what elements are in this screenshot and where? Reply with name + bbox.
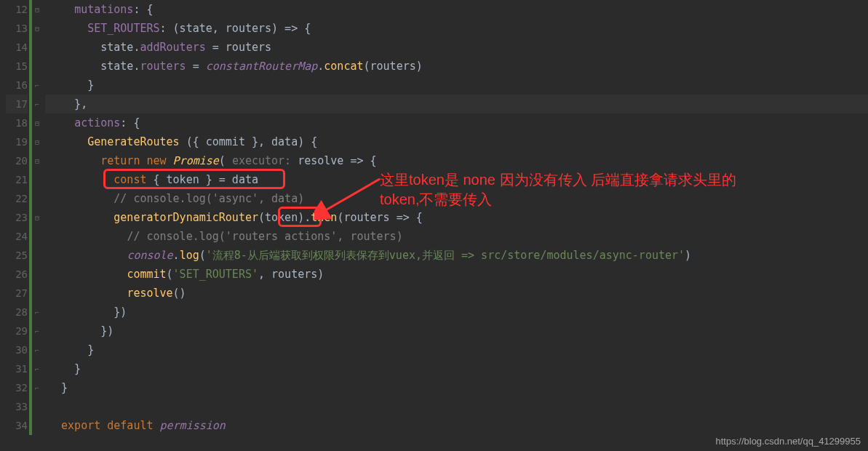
code-line[interactable]: }) <box>45 303 868 322</box>
code-line[interactable]: generatorDynamicRouter(token).then(route… <box>45 208 868 227</box>
line-number: 26 <box>6 265 28 284</box>
line-number: 18 <box>6 113 28 132</box>
code-line[interactable]: } <box>45 76 868 95</box>
code-line[interactable]: } <box>45 359 868 378</box>
line-number: 30 <box>6 340 28 359</box>
fold-end-icon[interactable]: ⌐ <box>35 327 42 335</box>
line-number: 31 <box>6 359 28 378</box>
fold-end-icon[interactable]: ⌐ <box>35 384 42 391</box>
line-number: 24 <box>6 227 28 246</box>
code-line-current[interactable]: }, <box>45 95 868 113</box>
line-number: 13 <box>6 19 28 38</box>
fold-icon[interactable]: ⊟ <box>35 6 42 13</box>
code-line[interactable]: export default permission <box>45 416 868 435</box>
fold-icon[interactable]: ⊟ <box>35 214 42 221</box>
code-line[interactable]: } <box>45 378 868 397</box>
line-number: 29 <box>6 322 28 340</box>
code-line[interactable]: return new Promise( executor: resolve =>… <box>45 151 868 170</box>
code-line[interactable]: state.addRouters = routers <box>45 38 868 57</box>
code-line[interactable]: }) <box>45 322 868 340</box>
code-line[interactable]: SET_ROUTERS: (state, routers) => { <box>45 19 868 38</box>
fold-icon[interactable]: ⊟ <box>35 25 42 32</box>
line-number: 28 <box>6 303 28 322</box>
line-number: 25 <box>6 246 28 265</box>
line-number: 32 <box>6 378 28 397</box>
fold-end-icon[interactable]: ⌐ <box>35 365 42 372</box>
code-line[interactable]: actions: { <box>45 113 868 132</box>
line-number: 12 <box>6 0 28 19</box>
line-number: 22 <box>6 189 28 208</box>
code-line[interactable]: commit('SET_ROUTERS', routers) <box>45 265 868 284</box>
code-line[interactable]: state.routers = constantRouterMap.concat… <box>45 57 868 76</box>
line-number: 20 <box>6 151 28 170</box>
line-number: 33 <box>6 397 28 416</box>
code-line[interactable]: console.log('流程8-从后端获取到权限列表保存到vuex,并返回 =… <box>45 246 868 265</box>
code-line[interactable]: } <box>45 340 868 359</box>
fold-icon[interactable]: ⊟ <box>35 119 42 127</box>
line-number-gutter: 12 13 14 15 16 17 18 19 20 21 22 23 24 2… <box>6 0 29 451</box>
fold-end-icon[interactable]: ⌐ <box>35 308 42 316</box>
line-number: 19 <box>6 132 28 151</box>
code-line[interactable]: resolve() <box>45 284 868 303</box>
code-line[interactable]: // console.log('routers actions', router… <box>45 227 868 246</box>
fold-end-icon[interactable]: ⌐ <box>35 346 42 354</box>
annotation-text: 这里token是 none 因为没有传入 后端直接拿请求头里的 token,不需… <box>380 170 736 209</box>
code-area[interactable]: mutations: { SET_ROUTERS: (state, router… <box>45 0 868 451</box>
line-number: 16 <box>6 76 28 95</box>
line-number: 23 <box>6 208 28 227</box>
line-number: 34 <box>6 416 28 435</box>
code-line[interactable]: mutations: { <box>45 0 868 19</box>
fold-end-icon[interactable]: ⌐ <box>35 100 42 108</box>
watermark-text: https://blog.csdn.net/qq_41299955 <box>716 436 861 447</box>
line-number: 27 <box>6 284 28 303</box>
line-number: 14 <box>6 38 28 57</box>
line-number: 15 <box>6 57 28 76</box>
fold-icon[interactable]: ⊟ <box>35 157 42 164</box>
gutter-left <box>0 0 6 451</box>
fold-gutter: ⊟ ⊟ ⌐ ⌐ ⊟ ⊟ ⊟ ⊟ ⌐ ⌐ ⌐ ⌐ ⌐ <box>32 0 45 451</box>
code-line[interactable] <box>45 397 868 416</box>
fold-icon[interactable]: ⊟ <box>35 138 42 145</box>
code-line[interactable]: GenerateRoutes ({ commit }, data) { <box>45 132 868 151</box>
fold-end-icon[interactable]: ⌐ <box>35 81 42 89</box>
line-number: 17 <box>6 95 28 113</box>
line-number: 21 <box>6 170 28 189</box>
code-editor[interactable]: 12 13 14 15 16 17 18 19 20 21 22 23 24 2… <box>0 0 868 451</box>
